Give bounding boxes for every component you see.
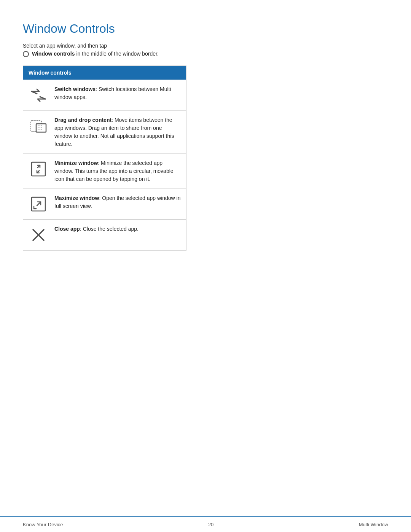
minimize-text: Minimize window: Minimize the selected a… — [54, 159, 181, 183]
svg-rect-2 — [38, 125, 38, 126]
maximize-text: Maximize window: Open the selected app w… — [54, 194, 181, 210]
svg-rect-10 — [41, 129, 42, 130]
switch-windows-title: Switch windows — [54, 86, 96, 92]
page-content: Window Controls Select an app window, an… — [0, 0, 213, 273]
svg-rect-7 — [41, 127, 42, 128]
svg-rect-3 — [40, 125, 40, 126]
svg-rect-9 — [40, 129, 40, 130]
window-controls-inline-icon — [23, 51, 29, 57]
switch-windows-icon — [29, 85, 48, 105]
maximize-title: Maximize window — [54, 195, 99, 201]
svg-rect-4 — [41, 125, 42, 126]
table-row: Drag and drop content: Move items betwee… — [23, 110, 186, 153]
minimize-icon — [29, 159, 48, 179]
footer-right: Multi Window — [359, 522, 388, 527]
svg-rect-5 — [38, 127, 38, 128]
window-controls-table: Window controls Switch windows: Switch l… — [23, 66, 186, 251]
minimize-title: Minimize window — [54, 160, 98, 166]
svg-rect-8 — [38, 129, 38, 130]
table-header: Window controls — [23, 66, 186, 80]
intro-bold: Window controls — [32, 51, 75, 57]
footer-left: Know Your Device — [23, 522, 63, 527]
close-app-desc: : Close the selected app. — [80, 226, 139, 232]
intro-line1: Select an app window, and then tap — [23, 43, 107, 49]
close-app-title: Close app — [54, 226, 80, 232]
maximize-icon — [29, 194, 48, 214]
drag-drop-text: Drag and drop content: Move items betwee… — [54, 116, 181, 148]
intro-line2: in the middle of the window border. — [75, 51, 159, 57]
svg-rect-1 — [36, 124, 46, 132]
intro-paragraph: Select an app window, and then tap Windo… — [23, 42, 190, 58]
switch-windows-text: Switch windows: Switch locations between… — [54, 85, 181, 101]
close-icon — [29, 225, 48, 245]
table-row: Minimize window: Minimize the selected a… — [23, 153, 186, 189]
close-app-text: Close app: Close the selected app. — [54, 225, 181, 233]
svg-rect-6 — [40, 127, 40, 128]
page-title: Window Controls — [23, 21, 190, 36]
table-row: Maximize window: Open the selected app w… — [23, 189, 186, 219]
drag-drop-icon — [29, 116, 48, 136]
table-row: Close app: Close the selected app. — [23, 219, 186, 250]
svg-line-15 — [37, 202, 41, 206]
drag-drop-title: Drag and drop content — [54, 117, 112, 123]
page-footer: Know Your Device 20 Multi Window — [0, 516, 411, 532]
svg-rect-11 — [32, 162, 45, 176]
table-row: Switch windows: Switch locations between… — [23, 80, 186, 110]
footer-page-number: 20 — [208, 522, 213, 527]
